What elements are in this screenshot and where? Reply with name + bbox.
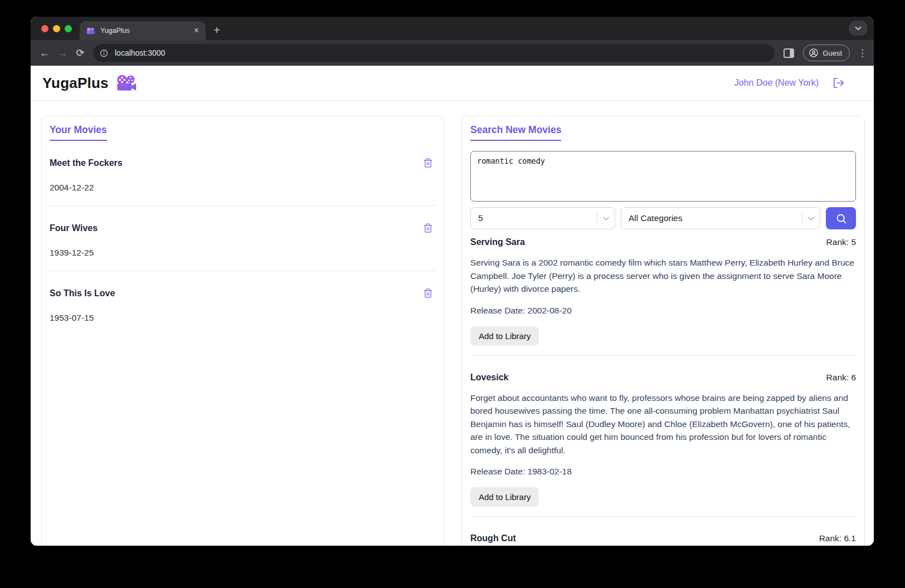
search-query-input[interactable]: romantic comedy (470, 151, 856, 202)
divider (50, 205, 436, 206)
address-bar[interactable]: localhost:3000 (93, 44, 775, 62)
minimize-window-button[interactable] (53, 25, 60, 32)
result-rank: Rank: 5 (826, 237, 856, 247)
logout-icon[interactable] (833, 77, 845, 89)
app-header: YugaPlus John Doe (New York) (31, 66, 874, 101)
browser-toolbar: ← → ⟳ localhost:3000 Guest ⋮ (31, 40, 874, 66)
result-description: Serving Sara is a 2002 romantic comedy f… (470, 256, 856, 296)
main-content: Your Movies Meet the Fockers 2004-12-22 … (31, 101, 874, 546)
movie-list-item: Four Wives 1939-12-25 (50, 223, 436, 271)
result-title: Lovesick (470, 373, 508, 383)
back-icon[interactable]: ← (36, 45, 53, 61)
search-title: Search New Movies (470, 124, 561, 141)
side-panel-icon[interactable] (784, 48, 794, 58)
tab-close-icon[interactable]: × (193, 26, 200, 35)
result-description: Forget about accountants who want to fly… (470, 391, 856, 457)
search-result: Lovesick Rank: 6 Forget about accountant… (470, 373, 856, 517)
close-window-button[interactable] (41, 25, 48, 32)
reload-icon[interactable]: ⟳ (72, 45, 89, 61)
url-text: localhost:3000 (115, 48, 165, 57)
your-movies-panel: Your Movies Meet the Fockers 2004-12-22 … (41, 116, 444, 546)
search-button[interactable] (826, 207, 856, 229)
your-movies-title: Your Movies (50, 124, 107, 141)
movie-title: Four Wives (50, 223, 98, 233)
search-result: Serving Sara Rank: 5 Serving Sara is a 2… (470, 237, 856, 356)
search-panel: Search New Movies romantic comedy 5 All … (461, 116, 865, 546)
chevron-down-icon (802, 216, 820, 221)
delete-movie-trash-icon[interactable] (420, 223, 436, 233)
delete-movie-trash-icon[interactable] (420, 288, 436, 298)
result-title: Serving Sara (470, 237, 525, 247)
profile-label: Guest (823, 49, 842, 57)
category-select[interactable]: All Categories (621, 207, 820, 229)
result-title: Rough Cut (470, 533, 516, 543)
profile-avatar-icon (809, 48, 819, 58)
browser-menu-icon[interactable]: ⋮ (858, 47, 867, 59)
movie-list-item: Meet the Fockers 2004-12-22 (50, 158, 436, 206)
movie-release-date: 2004-12-22 (50, 183, 436, 193)
browser-profile-button[interactable]: Guest (803, 45, 850, 61)
divider (50, 271, 436, 271)
delete-movie-trash-icon[interactable] (420, 158, 436, 168)
browser-window: YugaPlus × + ← → ⟳ localhost:3000 Guest … (31, 17, 874, 546)
movie-list-item: So This Is Love 1953-07-15 (50, 288, 436, 323)
max-results-select[interactable]: 5 (470, 207, 615, 229)
browser-tab[interactable]: YugaPlus × (80, 21, 206, 40)
result-release-date: Release Date: 1983-02-18 (470, 467, 856, 477)
movie-camera-icon (116, 75, 137, 91)
result-rank: Rank: 6 (826, 373, 856, 383)
forward-icon[interactable]: → (54, 45, 71, 61)
tab-favicon-camera-icon (86, 27, 95, 35)
add-to-library-button[interactable]: Add to Library (470, 326, 539, 346)
browser-tab-strip: YugaPlus × + (31, 17, 874, 40)
movie-release-date: 1939-12-25 (50, 248, 436, 258)
search-controls: 5 All Categories (470, 207, 856, 229)
tab-title: YugaPlus (100, 27, 193, 35)
add-to-library-button[interactable]: Add to Library (470, 487, 539, 507)
site-info-icon[interactable] (97, 46, 110, 60)
max-results-value: 5 (471, 213, 597, 223)
window-controls (41, 25, 72, 32)
result-release-date: Release Date: 2002-08-20 (470, 306, 856, 316)
tab-search-chevron-icon[interactable] (849, 21, 868, 36)
divider (470, 516, 856, 517)
new-tab-button[interactable]: + (213, 24, 220, 36)
movie-title: So This Is Love (50, 288, 115, 298)
divider (470, 355, 856, 356)
result-rank: Rank: 6.1 (819, 533, 856, 543)
app-logo: YugaPlus (42, 75, 109, 92)
search-result: Rough Cut Rank: 6.1 (470, 533, 856, 543)
user-profile-link[interactable]: John Doe (New York) (734, 78, 819, 88)
category-value: All Categories (621, 213, 802, 223)
movie-title: Meet the Fockers (50, 158, 123, 168)
page: YugaPlus John Doe (New York) Your Movies… (31, 66, 874, 546)
chevron-down-icon (597, 216, 615, 221)
movie-release-date: 1953-07-15 (50, 313, 436, 323)
zoom-window-button[interactable] (65, 25, 72, 32)
search-icon (835, 213, 847, 224)
